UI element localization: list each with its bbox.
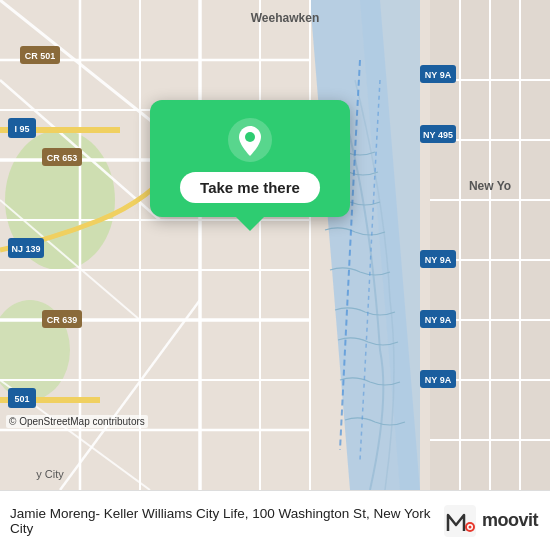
footer-address: Jamie Moreng- Keller Williams City Life,… (10, 506, 444, 536)
moovit-logo-icon (444, 505, 476, 537)
svg-text:NY 9A: NY 9A (425, 70, 452, 80)
svg-text:501: 501 (14, 394, 29, 404)
take-me-there-button[interactable]: Take me there (180, 172, 320, 203)
svg-point-61 (245, 132, 255, 142)
popup-card: Take me there (150, 100, 350, 217)
footer-bar: Jamie Moreng- Keller Williams City Life,… (0, 490, 550, 550)
svg-text:New Yo: New Yo (469, 179, 511, 193)
svg-text:NY 495: NY 495 (423, 130, 453, 140)
svg-text:NY 9A: NY 9A (425, 315, 452, 325)
svg-text:Weehawken: Weehawken (251, 11, 319, 25)
moovit-logo: moovit (444, 505, 538, 537)
svg-text:CR 501: CR 501 (25, 51, 56, 61)
map-container: I 95 NJ 139 501 CR 639 CR 653 CR 501 NY … (0, 0, 550, 490)
svg-text:NJ 139: NJ 139 (11, 244, 40, 254)
svg-text:CR 653: CR 653 (47, 153, 78, 163)
svg-text:I 95: I 95 (14, 124, 29, 134)
svg-text:y City: y City (36, 468, 64, 480)
svg-text:NY 9A: NY 9A (425, 375, 452, 385)
svg-text:CR 639: CR 639 (47, 315, 78, 325)
svg-point-65 (468, 525, 471, 528)
svg-text:NY 9A: NY 9A (425, 255, 452, 265)
map-attribution: © OpenStreetMap contributors (6, 415, 148, 428)
moovit-label-text: moovit (482, 510, 538, 531)
location-pin-icon (228, 118, 272, 162)
